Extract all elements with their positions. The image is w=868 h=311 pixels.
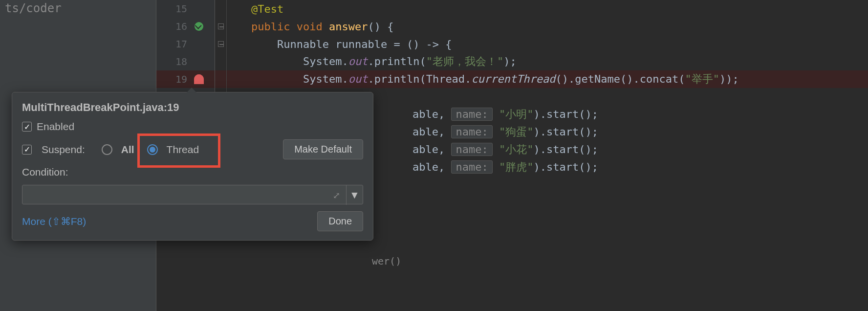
param-hint: name:	[451, 143, 492, 156]
breakpoint-popup: MultiThreadBreakPoint.java:19 ✓ Enabled …	[12, 92, 373, 241]
breadcrumb-hint: wer()	[372, 255, 401, 267]
line-number: 16	[156, 18, 215, 35]
make-default-button[interactable]: Make Default	[283, 139, 363, 159]
param-hint: name:	[451, 125, 492, 138]
param-hint: name:	[451, 108, 492, 121]
vcs-icon	[195, 22, 203, 31]
line-number: 15	[156, 0, 215, 18]
enabled-checkbox[interactable]: ✓	[22, 122, 32, 132]
code-line[interactable]: 16 public void answer() {	[156, 18, 868, 35]
line-number: 17	[156, 35, 215, 53]
line-number: 19	[156, 70, 215, 88]
expand-icon[interactable]: ⤢	[333, 190, 340, 201]
dropdown-icon[interactable]: ▼	[346, 185, 363, 205]
enabled-label: Enabled	[37, 121, 74, 133]
radio-thread[interactable]	[147, 144, 158, 155]
code-line[interactable]: 18 System.out.println("老师，我会！");	[156, 53, 868, 70]
breakpoint-line[interactable]: 19 System.out.println(Thread.currentThre…	[156, 70, 868, 88]
condition-input[interactable]: ⤢ ▼	[22, 185, 363, 204]
fold-toggle-icon[interactable]	[218, 23, 224, 29]
suspend-label: Suspend:	[42, 144, 85, 156]
done-button[interactable]: Done	[317, 211, 363, 231]
radio-all-label: All	[121, 144, 134, 156]
param-hint: name:	[451, 160, 492, 174]
more-link[interactable]: More (⇧⌘F8)	[22, 216, 86, 227]
code-line[interactable]: 15 @Test	[156, 0, 868, 18]
popup-title: MultiThreadBreakPoint.java:19	[22, 101, 363, 114]
line-number: 18	[156, 53, 215, 70]
suspend-checkbox[interactable]: ✓	[22, 145, 32, 155]
fold-toggle-icon[interactable]	[218, 41, 224, 47]
code-line[interactable]: 17 Runnable runnable = () -> {	[156, 35, 868, 53]
path-fragment: ts/coder	[0, 0, 66, 18]
radio-thread-label: Thread	[167, 144, 199, 156]
radio-all[interactable]	[102, 144, 112, 155]
condition-label: Condition:	[22, 166, 68, 178]
breakpoint-icon[interactable]	[194, 74, 204, 84]
